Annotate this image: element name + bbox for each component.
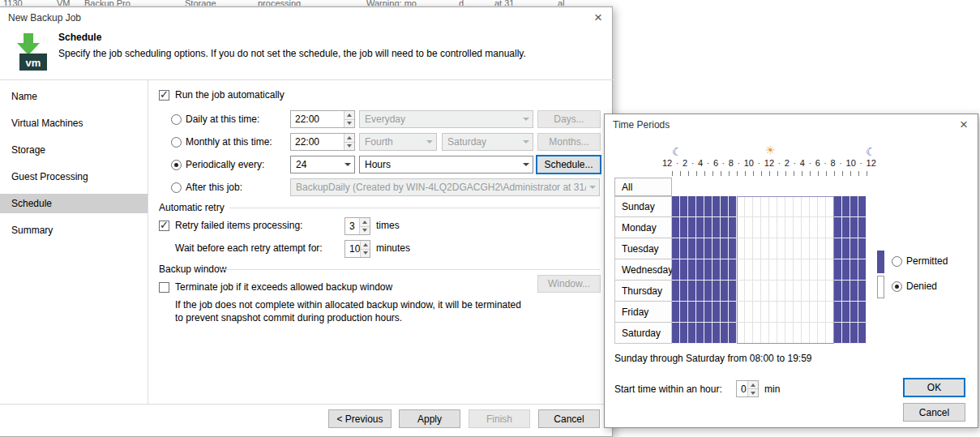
- grid-cell-friday-12[interactable]: [769, 302, 777, 323]
- grid-cell-wednesday-22[interactable]: [850, 259, 858, 281]
- grid-cell-friday-23[interactable]: [858, 302, 867, 323]
- grid-cell-wednesday-3[interactable]: [696, 259, 704, 281]
- grid-cell-wednesday-19[interactable]: [826, 259, 834, 281]
- monthly-radio[interactable]: [171, 137, 182, 148]
- grid-cell-monday-22[interactable]: [850, 217, 858, 238]
- grid-cell-tuesday-14[interactable]: [785, 238, 794, 259]
- grid-cell-thursday-11[interactable]: [761, 281, 769, 302]
- grid-cell-thursday-20[interactable]: [834, 281, 842, 302]
- grid-cell-saturday-5[interactable]: [713, 323, 721, 344]
- grid-cell-monday-10[interactable]: [753, 217, 761, 238]
- grid-cell-sunday-17[interactable]: [810, 196, 818, 217]
- grid-cell-thursday-21[interactable]: [842, 281, 850, 302]
- grid-cell-wednesday-9[interactable]: [745, 259, 753, 281]
- grid-cell-monday-0[interactable]: [672, 217, 680, 238]
- grid-cell-tuesday-11[interactable]: [761, 238, 769, 259]
- grid-cell-wednesday-4[interactable]: [704, 259, 713, 281]
- grid-cell-friday-2[interactable]: [688, 302, 696, 323]
- grid-cell-sunday-0[interactable]: [672, 196, 680, 217]
- start-time-spinner[interactable]: 0: [736, 380, 759, 397]
- grid-cell-tuesday-21[interactable]: [842, 238, 850, 259]
- daily-time-spinner[interactable]: 22:00: [290, 110, 355, 128]
- grid-cell-sunday-4[interactable]: [704, 196, 713, 217]
- grid-cell-thursday-3[interactable]: [696, 281, 704, 302]
- spin-up-icon[interactable]: [360, 218, 370, 226]
- grid-cell-monday-11[interactable]: [761, 217, 769, 238]
- grid-cell-monday-23[interactable]: [858, 217, 867, 238]
- grid-cell-monday-19[interactable]: [826, 217, 834, 238]
- grid-cell-saturday-4[interactable]: [704, 323, 713, 344]
- grid-cell-monday-16[interactable]: [802, 217, 810, 238]
- retry-failed-checkbox[interactable]: [159, 221, 169, 231]
- run-automatically-checkbox[interactable]: [159, 90, 169, 101]
- grid-cell-wednesday-15[interactable]: [794, 259, 802, 281]
- terminate-job-checkbox[interactable]: [159, 282, 169, 293]
- grid-cell-friday-14[interactable]: [785, 302, 794, 323]
- grid-cell-sunday-11[interactable]: [761, 196, 769, 217]
- grid-cell-sunday-15[interactable]: [794, 196, 802, 217]
- grid-cell-saturday-11[interactable]: [761, 323, 769, 344]
- spin-down-icon[interactable]: [748, 388, 758, 396]
- grid-cell-tuesday-8[interactable]: [737, 238, 745, 259]
- grid-cell-sunday-23[interactable]: [858, 196, 867, 217]
- grid-cell-friday-18[interactable]: [818, 302, 826, 323]
- grid-cell-wednesday-0[interactable]: [672, 259, 680, 281]
- grid-cell-monday-14[interactable]: [785, 217, 794, 238]
- grid-cell-thursday-15[interactable]: [794, 281, 802, 302]
- grid-cell-thursday-1[interactable]: [680, 281, 688, 302]
- grid-cell-wednesday-12[interactable]: [769, 259, 777, 281]
- grid-cell-monday-5[interactable]: [713, 217, 721, 238]
- grid-cell-sunday-14[interactable]: [785, 196, 794, 217]
- grid-cell-saturday-0[interactable]: [672, 323, 680, 344]
- grid-cell-thursday-13[interactable]: [777, 281, 785, 302]
- grid-cell-tuesday-5[interactable]: [713, 238, 721, 259]
- spin-down-icon[interactable]: [361, 249, 370, 258]
- grid-cell-thursday-12[interactable]: [769, 281, 777, 302]
- grid-cell-tuesday-16[interactable]: [802, 238, 810, 259]
- cancel-button[interactable]: Cancel: [538, 409, 600, 428]
- grid-cell-thursday-10[interactable]: [753, 281, 761, 302]
- grid-cell-thursday-19[interactable]: [826, 281, 834, 302]
- grid-cell-thursday-8[interactable]: [737, 281, 745, 302]
- grid-cell-monday-6[interactable]: [721, 217, 729, 238]
- grid-cell-saturday-6[interactable]: [721, 323, 729, 344]
- grid-cell-thursday-0[interactable]: [672, 281, 680, 302]
- spinner-arrows[interactable]: [747, 381, 758, 396]
- grid-cell-saturday-19[interactable]: [826, 323, 834, 344]
- periodically-radio[interactable]: [171, 160, 182, 170]
- permitted-radio[interactable]: [892, 256, 902, 267]
- grid-cell-tuesday-2[interactable]: [688, 238, 696, 259]
- grid-cell-sunday-16[interactable]: [802, 196, 810, 217]
- grid-cell-monday-17[interactable]: [810, 217, 818, 238]
- grid-cell-friday-8[interactable]: [737, 302, 745, 323]
- grid-cell-thursday-22[interactable]: [850, 281, 858, 302]
- daily-radio[interactable]: [171, 114, 182, 125]
- grid-cell-tuesday-23[interactable]: [858, 238, 867, 259]
- grid-cell-friday-11[interactable]: [761, 302, 769, 323]
- grid-cell-saturday-12[interactable]: [769, 323, 777, 344]
- grid-cell-saturday-23[interactable]: [858, 323, 867, 344]
- grid-cell-friday-16[interactable]: [802, 302, 810, 323]
- grid-cell-wednesday-2[interactable]: [688, 259, 696, 281]
- periodically-value-combo[interactable]: 24: [290, 156, 355, 174]
- spin-up-icon[interactable]: [344, 111, 354, 119]
- grid-cell-saturday-9[interactable]: [745, 323, 753, 344]
- grid-cell-sunday-13[interactable]: [777, 196, 785, 217]
- grid-cell-monday-13[interactable]: [777, 217, 785, 238]
- grid-cell-tuesday-0[interactable]: [672, 238, 680, 259]
- schedule-button[interactable]: Schedule...: [536, 155, 601, 174]
- grid-cell-monday-7[interactable]: [729, 217, 737, 238]
- grid-cell-thursday-5[interactable]: [713, 281, 721, 302]
- grid-cell-sunday-18[interactable]: [818, 196, 826, 217]
- spin-down-icon[interactable]: [344, 142, 354, 151]
- spin-up-icon[interactable]: [344, 134, 354, 142]
- grid-cell-friday-0[interactable]: [672, 302, 680, 323]
- spin-down-icon[interactable]: [344, 119, 354, 128]
- day-button-sunday[interactable]: Sunday: [614, 196, 672, 217]
- grid-cell-saturday-8[interactable]: [737, 323, 745, 344]
- grid-cell-saturday-22[interactable]: [850, 323, 858, 344]
- grid-cell-wednesday-13[interactable]: [777, 259, 785, 281]
- periodically-unit-combo[interactable]: Hours: [359, 156, 533, 174]
- sidebar-item-guest-processing[interactable]: Guest Processing: [0, 167, 148, 186]
- grid-cell-monday-21[interactable]: [842, 217, 850, 238]
